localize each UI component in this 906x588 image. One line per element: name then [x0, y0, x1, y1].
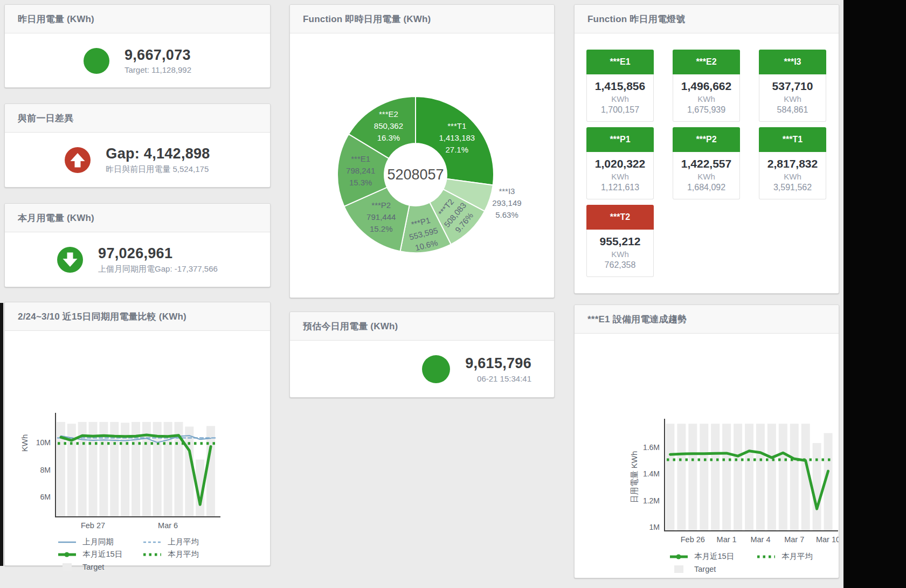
legend-item-Target[interactable]: Target [669, 563, 757, 575]
tile-value: 1,496,662 [674, 80, 738, 93]
legend-label: 上月平均 [168, 537, 199, 547]
stat-value: 9,615,796 [465, 355, 531, 372]
stat-value: Gap: 4,142,898 [106, 146, 210, 162]
y-axis-title: 日用電量 KWh [630, 451, 639, 503]
y-tick-label: 6M [40, 493, 51, 501]
stat-row: 97,026,961 上個月同期用電Gap: -17,377,566 [5, 232, 270, 287]
tile-body: 1,422,557KWh1,684,092 [673, 152, 740, 199]
legend-item-Target[interactable]: Target [58, 561, 143, 573]
panel-title: 昨日用電量 (KWh) [18, 13, 94, 25]
light-tile-T1: ***T12,817,832KWh3,591,562 [759, 127, 826, 199]
y-tick-label: 8M [40, 466, 51, 474]
tile-unit: KWh [674, 94, 738, 103]
panel-header: Function 昨日用電燈號 [575, 5, 839, 33]
trend-line-chart: 1M1.2M1.4M1.6MFeb 26Mar 1Mar 4Mar 7Mar 1… [575, 334, 839, 546]
legend-label: Target [82, 563, 104, 571]
x-tick-label: Feb 27 [81, 521, 105, 530]
panel-header: 預估今日用電量 (KWh) [290, 312, 554, 341]
target-bar [734, 424, 742, 531]
panel-day-gap: 與前一日差異 Gap: 4,142,898 昨日與前日用電量 5,524,175 [4, 103, 271, 188]
panel-header: ***E1 設備用電達成趨勢 [575, 305, 839, 334]
target-bar [756, 424, 765, 531]
tile-value: 1,415,856 [588, 80, 652, 93]
tile-unit: KWh [674, 172, 738, 181]
light-tile-P2: ***P21,422,557KWh1,684,092 [673, 127, 740, 199]
legend-swatch-icon [757, 552, 776, 561]
tile-body: 1,496,662KWh1,675,939 [673, 74, 740, 122]
target-bar [767, 424, 776, 531]
legend-item-上月平均[interactable]: 上月平均 [143, 536, 228, 548]
screen-right-black-strip [843, 0, 906, 588]
panel-today-estimate: 預估今日用電量 (KWh) 9,615,796 06-21 15:34:41 [289, 312, 555, 398]
arrow-up-circle-icon [65, 147, 91, 173]
legend-item-本月平均[interactable]: 本月平均 [143, 548, 228, 561]
tile-unit: KWh [588, 94, 652, 103]
tile-body: 955,212KWh762,358 [586, 230, 654, 277]
legend-swatch-icon [58, 538, 77, 547]
panel-title: 2/24~3/10 近15日同期用電量比較 (KWh) [18, 310, 186, 323]
tile-target: 762,358 [588, 260, 652, 270]
legend-label: 本月平均 [781, 551, 813, 562]
panel-title: Function 即時日用電量 (KWh) [303, 13, 431, 25]
tile-status-header: ***P1 [586, 127, 654, 152]
stat-text: Gap: 4,142,898 昨日與前日用電量 5,524,175 [106, 146, 210, 174]
tile-status-header: ***T1 [759, 127, 826, 152]
x-tick-label: Feb 26 [681, 535, 705, 544]
legend-label: Target [694, 565, 716, 573]
x-tick-label: Mar 4 [750, 535, 770, 544]
legend-item-本月平均[interactable]: 本月平均 [757, 550, 844, 563]
target-bar [711, 424, 720, 531]
tile-status-header: ***I3 [759, 50, 826, 74]
lights-grid: ***E11,415,856KWh1,700,157***E21,496,662… [575, 33, 839, 277]
tile-value: 537,710 [760, 80, 825, 93]
panel-header: 昨日用電量 (KWh) [5, 5, 270, 33]
panel-title: ***E1 設備用電達成趨勢 [587, 313, 687, 326]
panel-title: 預估今日用電量 (KWh) [303, 320, 398, 333]
y-tick-label: 1.6M [643, 443, 660, 452]
target-bar [677, 424, 686, 531]
x-tick-label: Mar 1 [717, 535, 737, 544]
tile-status-header: ***E1 [586, 50, 654, 74]
target-bar [745, 424, 753, 531]
tile-target: 1,121,613 [588, 183, 652, 192]
stat-row: 9,615,796 06-21 15:34:41 [290, 341, 554, 398]
trend-chart-legend: 本月近15日本月平均Target [669, 550, 839, 575]
stat-text: 97,026,961 上個月同期用電Gap: -17,377,566 [98, 245, 218, 274]
arrow-down-circle-icon [57, 247, 83, 273]
tile-target: 3,591,562 [760, 183, 825, 192]
status-circle-icon [84, 48, 109, 74]
panel-title: 與前一日差異 [18, 112, 73, 124]
legend-item-本月近15日[interactable]: 本月近15日 [669, 550, 757, 563]
tile-target: 1,675,939 [674, 105, 738, 115]
target-bar [688, 424, 697, 531]
light-tile-E2: ***E21,496,662KWh1,675,939 [673, 50, 740, 122]
screen-left-black-strip [0, 303, 3, 566]
panel-header: Function 即時日用電量 (KWh) [290, 5, 554, 33]
legend-label: 上月同期 [82, 537, 114, 547]
panel-header: 本月用電量 (KWh) [5, 204, 270, 232]
tile-body: 2,817,832KWh3,591,562 [759, 152, 826, 199]
y-tick-label: 1.4M [643, 469, 660, 478]
light-tile-I3: ***I3537,710KWh584,861 [759, 50, 826, 122]
tile-value: 1,422,557 [674, 157, 738, 170]
realtime-donut-chart: ***T11,413,18327.1%***I3293,1495.63%***T… [290, 33, 554, 298]
stat-subtitle: Target: 11,128,992 [125, 65, 191, 74]
stat-subtitle: 上個月同期用電Gap: -17,377,566 [98, 264, 218, 274]
donut-slice-label: ***I3293,1495.63% [492, 186, 521, 219]
stat-text: 9,615,796 06-21 15:34:41 [465, 355, 531, 383]
legend-item-上月同期[interactable]: 上月同期 [58, 536, 143, 548]
stat-value: 9,667,073 [125, 47, 191, 64]
tile-unit: KWh [588, 172, 652, 181]
legend-swatch-icon [143, 550, 162, 559]
legend-label: 本月近15日 [694, 551, 734, 562]
y-tick-label: 1M [649, 523, 660, 531]
panel-15day-compare-chart: 2/24~3/10 近15日同期用電量比較 (KWh) 6M8M10MFeb 2… [4, 302, 271, 566]
y-tick-label: 1.2M [643, 496, 660, 505]
stat-row: Gap: 4,142,898 昨日與前日用電量 5,524,175 [5, 133, 270, 188]
legend-item-本月近15日[interactable]: 本月近15日 [58, 548, 143, 561]
donut-center-total: 5208057 [387, 167, 444, 183]
legend-swatch-icon [58, 563, 77, 571]
tile-target: 584,861 [760, 105, 825, 115]
tile-body: 1,415,856KWh1,700,157 [586, 74, 654, 122]
panel-month-usage: 本月用電量 (KWh) 97,026,961 上個月同期用電Gap: -17,3… [4, 203, 271, 287]
